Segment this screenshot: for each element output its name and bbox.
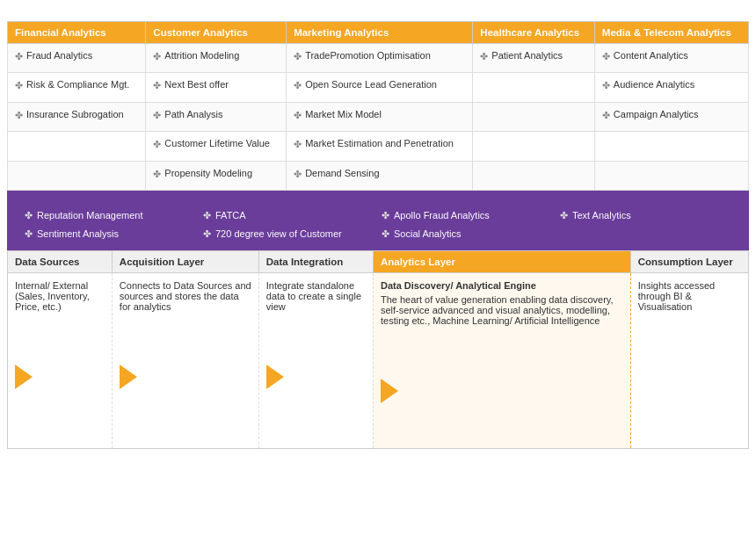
- horizontal-item: ✤Text Analytics: [556, 208, 735, 223]
- bullet-icon: ✤: [294, 168, 302, 181]
- bullet-icon: ✤: [153, 79, 161, 92]
- list-item: ✤Patient Analytics: [480, 49, 587, 63]
- industry-cell: ✤Propensity Modeling: [146, 161, 287, 190]
- industry-cell: [473, 161, 595, 190]
- right-arrow-icon: [15, 365, 33, 389]
- item-label: Propensity Modeling: [164, 167, 252, 180]
- architecture-table: Data SourcesAcquisition LayerData Integr…: [7, 250, 749, 449]
- arch-cell: Data Discovery/ Analytical EngineThe hea…: [373, 272, 630, 448]
- bullet-icon: ✤: [602, 109, 610, 122]
- horizontal-item: [556, 227, 735, 242]
- list-item: ✤Next Best offer: [153, 78, 279, 92]
- bullet-icon: ✤: [25, 228, 33, 240]
- horizontal-item: ✤Apollo Fraud Analytics: [378, 208, 556, 223]
- item-label: Apollo Fraud Analytics: [394, 210, 490, 221]
- item-label: Attrition Modeling: [164, 49, 239, 62]
- industry-cell: ✤TradePromotion Optimisation: [287, 44, 473, 73]
- item-label: Path Analysis: [164, 108, 222, 121]
- industry-col-header: Healthcare Analytics: [473, 22, 595, 44]
- arrow-indicator: [266, 312, 366, 389]
- item-label: Text Analytics: [572, 210, 631, 221]
- list-item: ✤Insurance Subrogation: [15, 108, 138, 122]
- industry-cell: [594, 132, 748, 161]
- bullet-icon: ✤: [153, 109, 161, 122]
- industry-cell: [594, 161, 748, 190]
- list-item: ✤TradePromotion Optimisation: [294, 49, 465, 63]
- industry-apps-table: Financial AnalyticsCustomer AnalyticsMar…: [7, 21, 749, 191]
- bullet-icon: ✤: [15, 50, 23, 63]
- bullet-icon: ✤: [153, 50, 161, 63]
- list-item: ✤Fraud Analytics: [15, 49, 138, 63]
- list-item: ✤Campaign Analytics: [602, 108, 741, 122]
- industry-cell: ✤Fraud Analytics: [8, 44, 146, 73]
- industry-cell: [473, 132, 595, 161]
- item-label: Fraud Analytics: [26, 49, 92, 62]
- arch-cell-bold: Data Discovery/ Analytical Engine: [381, 280, 623, 291]
- item-label: 720 degree view of Customer: [215, 228, 342, 239]
- list-item: ✤Market Mix Model: [294, 108, 465, 122]
- item-label: Social Analytics: [394, 228, 461, 239]
- industry-cell: ✤Insurance Subrogation: [8, 102, 146, 131]
- right-arrow-icon: [266, 365, 284, 389]
- bullet-icon: ✤: [15, 79, 23, 92]
- industry-cell: ✤Market Mix Model: [287, 102, 473, 131]
- industry-cell: [8, 132, 146, 161]
- item-label: Open Source Lead Generation: [305, 78, 437, 91]
- horizontal-item: ✤Reputation Management: [21, 208, 200, 223]
- bullet-icon: ✤: [15, 109, 23, 122]
- item-label: Insurance Subrogation: [26, 108, 124, 121]
- right-arrow-icon: [120, 365, 137, 389]
- list-item: ✤Content Analytics: [602, 49, 741, 63]
- horizontal-apps-section: ✤Reputation Management✤FATCA✤Apollo Frau…: [7, 191, 749, 250]
- bullet-icon: ✤: [294, 109, 302, 122]
- bullet-icon: ✤: [153, 138, 161, 151]
- industry-apps-section: Financial AnalyticsCustomer AnalyticsMar…: [7, 5, 749, 191]
- arch-cell: Connects to Data Sources and sources and…: [112, 272, 258, 448]
- item-label: FATCA: [215, 210, 246, 221]
- item-label: TradePromotion Optimisation: [305, 49, 431, 62]
- bullet-icon: ✤: [602, 79, 610, 92]
- bullet-icon: ✤: [294, 138, 302, 151]
- list-item: ✤Propensity Modeling: [153, 167, 279, 181]
- bullet-icon: ✤: [382, 210, 389, 221]
- list-item: ✤Path Analysis: [153, 108, 279, 122]
- arrow-indicator: [120, 312, 251, 389]
- bullet-icon: ✤: [294, 79, 302, 92]
- arch-cell-text: Internal/ External (Sales, Inventory, Pr…: [15, 280, 90, 312]
- industry-cell: ✤Demand Sensing: [287, 161, 473, 190]
- industry-col-header: Financial Analytics: [8, 22, 146, 44]
- arrow-indicator: [381, 326, 623, 403]
- industry-apps-title: [7, 5, 749, 21]
- arch-col-header: Data Sources: [8, 250, 113, 272]
- bullet-icon: ✤: [382, 228, 389, 240]
- list-item: ✤Attrition Modeling: [153, 49, 279, 63]
- horizontal-item: ✤720 degree view of Customer: [200, 227, 378, 242]
- industry-cell: ✤Campaign Analytics: [594, 102, 748, 131]
- industry-cell: ✤Open Source Lead Generation: [287, 73, 473, 102]
- horizontal-item: ✤Sentiment Analysis: [21, 227, 200, 242]
- item-label: Audience Analytics: [614, 78, 694, 91]
- item-label: Reputation Management: [37, 210, 142, 221]
- industry-col-header: Media & Telecom Analytics: [594, 22, 748, 44]
- item-label: Sentiment Analysis: [37, 228, 119, 239]
- bullet-icon: ✤: [203, 228, 211, 240]
- arch-col-header: Acquisition Layer: [112, 250, 258, 272]
- arch-col-header: Analytics Layer: [373, 250, 630, 272]
- industry-cell: [473, 102, 595, 131]
- industry-cell: ✤Attrition Modeling: [146, 44, 287, 73]
- bullet-icon: ✤: [203, 210, 211, 221]
- item-label: Customer Lifetime Value: [164, 137, 270, 150]
- bullet-icon: ✤: [480, 50, 488, 63]
- arch-cell: Internal/ External (Sales, Inventory, Pr…: [8, 272, 113, 448]
- item-label: Next Best offer: [164, 78, 229, 91]
- industry-cell: [473, 73, 595, 102]
- item-label: Market Estimation and Penetration: [305, 137, 454, 150]
- horizontal-apps-grid: ✤Reputation Management✤FATCA✤Apollo Frau…: [21, 208, 735, 242]
- industry-cell: ✤Audience Analytics: [594, 73, 748, 102]
- industry-cell: ✤Patient Analytics: [473, 44, 595, 73]
- industry-cell: ✤Risk & Compliance Mgt.: [8, 73, 146, 102]
- horizontal-item: ✤Social Analytics: [378, 227, 556, 242]
- item-label: Campaign Analytics: [614, 108, 699, 121]
- arch-cell-text: The heart of value generation enabling d…: [381, 294, 614, 326]
- item-label: Content Analytics: [614, 49, 688, 62]
